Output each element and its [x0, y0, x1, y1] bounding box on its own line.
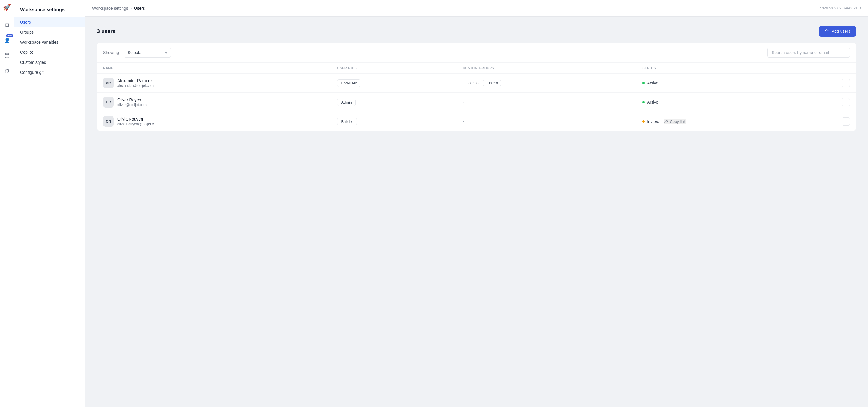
user-email: alexander@tooljet.com	[117, 84, 154, 88]
breadcrumb: Workspace settings › Users	[92, 6, 145, 11]
actions-cell: ⋮	[836, 93, 856, 112]
version-text: Version 2.62.0-ee2.21.0	[820, 6, 861, 10]
breadcrumb-parent[interactable]: Workspace settings	[92, 6, 128, 11]
filter-row: Showing Select.. ▾	[97, 43, 856, 63]
user-name: Oliver Reyes	[117, 97, 147, 102]
table-header-row: NAME USER ROLE CUSTOM GROUPS STATUS	[97, 63, 856, 73]
main-content: Workspace settings › Users Version 2.62.…	[85, 0, 868, 407]
sidebar-item-custom-styles[interactable]: Custom styles	[14, 57, 85, 67]
status-cell: Active	[642, 100, 830, 104]
sidebar-icon-layers[interactable]	[2, 51, 12, 60]
page-title: 3 users	[97, 28, 116, 35]
sidebar-title: Workspace settings	[14, 5, 85, 17]
groups-cell: -	[457, 93, 637, 112]
copy-link-icon	[664, 120, 668, 123]
add-users-label: Add users	[832, 29, 850, 34]
status-dot	[642, 120, 645, 123]
sidebar-icon-git[interactable]	[2, 66, 12, 75]
no-groups: -	[463, 119, 464, 124]
status-cell-wrapper: Active	[637, 93, 836, 112]
svg-point-0	[5, 54, 9, 55]
group-badges: it-supportintern	[463, 80, 630, 86]
status-text: Invited	[647, 119, 659, 124]
col-user-role: USER ROLE	[331, 63, 457, 73]
beta-badge: Beta	[6, 34, 13, 37]
breadcrumb-current: Users	[134, 6, 145, 11]
top-header: Workspace settings › Users Version 2.62.…	[85, 0, 868, 17]
role-filter-dropdown[interactable]: Select.. ▾	[124, 48, 171, 58]
groups-cell: -	[457, 112, 637, 131]
user-email: oliver@tooljet.com	[117, 103, 147, 107]
avatar: OR	[103, 97, 114, 107]
copy-link-button[interactable]: Copy link	[664, 119, 686, 124]
table-row: AR Alexander Ramirez alexander@tooljet.c…	[97, 73, 856, 93]
sidebar-icon-apps[interactable]: ⊞	[2, 20, 12, 30]
actions-cell: ⋮	[836, 73, 856, 93]
status-dot	[642, 101, 645, 103]
col-name: NAME	[97, 63, 331, 73]
avatar: ON	[103, 116, 114, 127]
role-cell: Admin	[331, 93, 457, 112]
status-text: Active	[647, 81, 658, 85]
svg-point-1	[8, 71, 9, 73]
chevron-down-icon: ▾	[165, 50, 167, 55]
avatar: AR	[103, 78, 114, 88]
col-custom-groups: CUSTOM GROUPS	[457, 63, 637, 73]
users-table: NAME USER ROLE CUSTOM GROUPS STATUS AR A…	[97, 63, 856, 131]
status-cell-wrapper: Active	[637, 73, 836, 93]
breadcrumb-separator: ›	[131, 6, 132, 10]
more-options-button[interactable]: ⋮	[842, 98, 850, 106]
app-logo: 🚀	[3, 4, 11, 12]
group-badge: it-support	[463, 80, 484, 86]
table-row: ON Olivia Nguyen olivia.nguyen@tooljet.c…	[97, 112, 856, 131]
settings-sidebar: Workspace settings Users Groups Workspac…	[14, 0, 85, 407]
status-cell: Active	[642, 81, 830, 85]
sidebar-item-groups[interactable]: Groups	[14, 27, 85, 37]
role-badge: Admin	[337, 99, 356, 106]
svg-point-4	[826, 30, 827, 31]
group-badge: intern	[486, 80, 501, 86]
user-name: Alexander Ramirez	[117, 78, 154, 83]
groups-cell: it-supportintern	[457, 73, 637, 93]
status-text: Active	[647, 100, 658, 104]
search-wrapper	[767, 48, 850, 58]
sidebar-item-configure-git[interactable]: Configure git	[14, 67, 85, 77]
more-options-button[interactable]: ⋮	[842, 117, 850, 126]
name-info: Olivia Nguyen olivia.nguyen@tooljet.c...	[117, 117, 157, 126]
sidebar-icon-person[interactable]: 👤 Beta	[2, 35, 12, 45]
svg-point-2	[5, 69, 6, 70]
name-cell: OR Oliver Reyes oliver@tooljet.com	[97, 93, 331, 112]
icon-sidebar: 🚀 ⊞ 👤 Beta	[0, 0, 14, 407]
role-badge: End-user	[337, 80, 361, 87]
role-badge: Builder	[337, 118, 356, 125]
role-cell: Builder	[331, 112, 457, 131]
more-options-button[interactable]: ⋮	[842, 79, 850, 87]
name-cell: AR Alexander Ramirez alexander@tooljet.c…	[97, 73, 331, 93]
status-cell: Invited Copy link	[642, 119, 830, 124]
status-dot	[642, 82, 645, 84]
col-actions	[836, 63, 856, 73]
sidebar-item-workspace-variables[interactable]: Workspace variables	[14, 37, 85, 47]
user-email: olivia.nguyen@tooljet.c...	[117, 122, 157, 126]
role-cell: End-user	[331, 73, 457, 93]
name-info: Alexander Ramirez alexander@tooljet.com	[117, 78, 154, 88]
add-users-icon	[825, 29, 829, 34]
add-users-button[interactable]: Add users	[819, 26, 856, 37]
search-input[interactable]	[767, 48, 850, 58]
users-card: Showing Select.. ▾ NAME USER ROLE CUSTOM…	[97, 42, 856, 131]
col-status: STATUS	[637, 63, 836, 73]
showing-label: Showing	[103, 50, 119, 55]
status-cell-wrapper: Invited Copy link	[637, 112, 836, 131]
no-groups: -	[463, 100, 464, 104]
name-cell: ON Olivia Nguyen olivia.nguyen@tooljet.c…	[97, 112, 331, 131]
page-content: 3 users Add users Showing Select.. ▾	[85, 17, 868, 407]
page-header: 3 users Add users	[97, 26, 856, 37]
sidebar-item-users[interactable]: Users	[14, 17, 85, 27]
sidebar-item-copilot[interactable]: Copilot	[14, 47, 85, 57]
table-row: OR Oliver Reyes oliver@tooljet.com Admin…	[97, 93, 856, 112]
select-placeholder: Select..	[128, 50, 142, 55]
actions-cell: ⋮	[836, 112, 856, 131]
user-name: Olivia Nguyen	[117, 117, 157, 121]
name-info: Oliver Reyes oliver@tooljet.com	[117, 97, 147, 107]
